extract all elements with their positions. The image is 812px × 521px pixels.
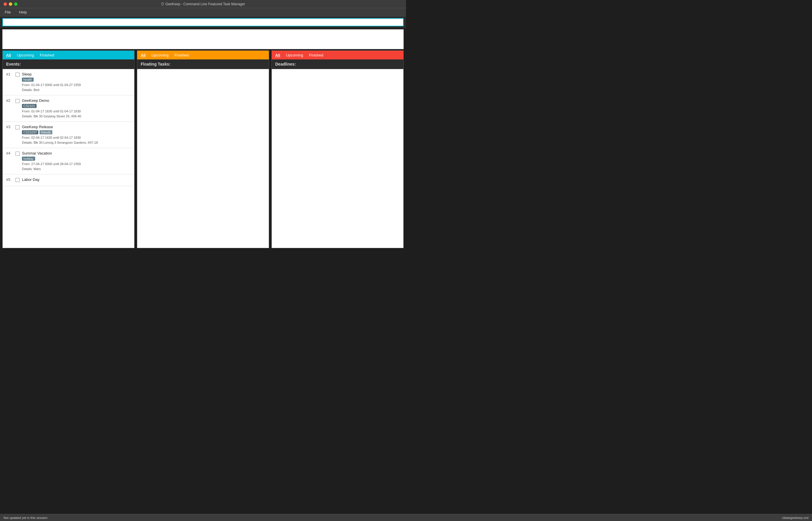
event-details-3: Details: Blk 30 Lorong 3 Serangoon Garde… [22, 140, 131, 145]
tag-cs2103t-3: CS2103T [22, 130, 38, 134]
menu-file[interactable]: File [3, 9, 13, 15]
event-title-2: GeeKeep Demo [22, 98, 131, 103]
table-row: #4 Summar Vacation holiday From: 27-04-1… [3, 148, 134, 175]
event-checkbox-2[interactable] [16, 99, 20, 103]
maximize-button[interactable] [14, 2, 18, 6]
deadlines-list [272, 69, 403, 248]
event-num-2: #2 [6, 98, 13, 103]
event-from-2: From: 01-04-17 1630 until 01-04-17 1830 [22, 109, 131, 114]
deadlines-panel: All Upcoming Finished Deadlines: [271, 50, 404, 248]
event-from-4: From: 27-04-17 0000 until 28-04-17 2359 [22, 162, 131, 166]
events-tab-all[interactable]: All [5, 52, 12, 58]
deadlines-header: Deadlines: [272, 60, 403, 69]
event-num-3: #3 [6, 125, 13, 129]
floating-tab-upcoming[interactable]: Upcoming [150, 52, 170, 58]
floating-header: Floating Tasks: [137, 60, 269, 69]
table-row: #2 GeeKeep Demo CS2101 From: 01-04-17 16… [3, 95, 134, 122]
tag-cs2101-2: CS2101 [22, 104, 37, 108]
floating-list [137, 69, 269, 248]
title-bar: 🗒 GeeKeep - Command Line Featured Task M… [0, 0, 406, 8]
event-from-1: From: 01-04-17 0000 until 01-04-27 2359 [22, 83, 131, 88]
event-checkbox-5[interactable] [16, 178, 20, 182]
event-body-3: GeeKeep Release CS2103T friends From: 02… [22, 125, 131, 145]
event-title-5: Labor Day [22, 177, 131, 182]
event-tags-2: CS2101 [22, 104, 131, 108]
floating-tab-bar: All Upcoming Finished [137, 51, 269, 60]
events-panel: All Upcoming Finished Events: #1 Sleep h… [2, 50, 135, 248]
deadlines-tab-finished[interactable]: Finished [308, 52, 325, 58]
command-input[interactable] [2, 18, 404, 26]
floating-panel: All Upcoming Finished Floating Tasks: [137, 50, 269, 248]
events-list: #1 Sleep health From: 01-04-17 0000 unti… [3, 69, 134, 248]
menu-bar: File Help [0, 8, 406, 16]
event-checkbox-3[interactable] [16, 125, 20, 129]
deadlines-tab-all[interactable]: All [274, 52, 281, 58]
events-tab-bar: All Upcoming Finished [3, 51, 134, 60]
event-tags-1: health [22, 77, 131, 82]
tag-friends-3: friends [40, 130, 52, 134]
event-details-1: Details: Bed [22, 88, 131, 92]
floating-tab-finished[interactable]: Finished [173, 52, 190, 58]
event-body-1: Sleep health From: 01-04-17 0000 until 0… [22, 72, 131, 92]
event-body-5: Labor Day [22, 177, 131, 183]
event-num-5: #5 [6, 177, 13, 182]
floating-tab-all[interactable]: All [140, 52, 147, 58]
menu-help[interactable]: Help [17, 9, 29, 15]
event-checkbox-1[interactable] [16, 73, 20, 77]
event-from-3: From: 02-04-17 1630 until 02-04-17 1830 [22, 135, 131, 140]
event-body-2: GeeKeep Demo CS2101 From: 01-04-17 1630 … [22, 98, 131, 118]
table-row: #3 GeeKeep Release CS2103T friends From:… [3, 122, 134, 148]
main-content: All Upcoming Finished Events: #1 Sleep h… [0, 50, 406, 251]
event-details-4: Details: Mars [22, 166, 131, 172]
event-details-2: Details: Blk 30 Geylang Street 29, #06-4… [22, 114, 131, 119]
event-num-4: #4 [6, 151, 13, 155]
close-button[interactable] [3, 2, 7, 6]
output-area [2, 29, 404, 49]
deadlines-tab-upcoming[interactable]: Upcoming [285, 52, 305, 58]
event-tags-4: holiday [22, 157, 131, 161]
minimize-button[interactable] [9, 2, 12, 6]
table-row: #5 Labor Day [3, 175, 134, 186]
event-num-1: #1 [6, 72, 13, 76]
window-controls[interactable] [3, 2, 18, 6]
event-tags-3: CS2103T friends [22, 130, 131, 134]
tag-health-1: health [22, 77, 34, 82]
event-title-1: Sleep [22, 72, 131, 76]
table-row: #1 Sleep health From: 01-04-17 0000 unti… [3, 69, 134, 95]
event-title-3: GeeKeep Release [22, 125, 131, 129]
deadlines-tab-bar: All Upcoming Finished [272, 51, 403, 60]
events-tab-upcoming[interactable]: Upcoming [16, 52, 35, 58]
event-body-4: Summar Vacation holiday From: 27-04-17 0… [22, 151, 131, 171]
events-tab-finished[interactable]: Finished [39, 52, 55, 58]
tag-holiday-4: holiday [22, 157, 35, 161]
events-header: Events: [3, 60, 134, 69]
event-checkbox-4[interactable] [16, 152, 20, 156]
command-area [0, 16, 406, 28]
event-title-4: Summar Vacation [22, 151, 131, 155]
window-title: 🗒 GeeKeep - Command Line Featured Task M… [161, 2, 245, 6]
